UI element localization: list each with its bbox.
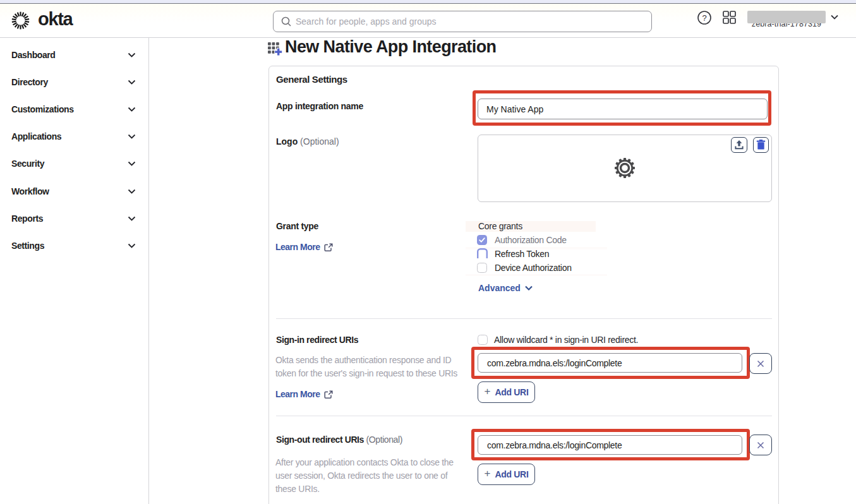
svg-text:?: ? <box>702 13 706 23</box>
